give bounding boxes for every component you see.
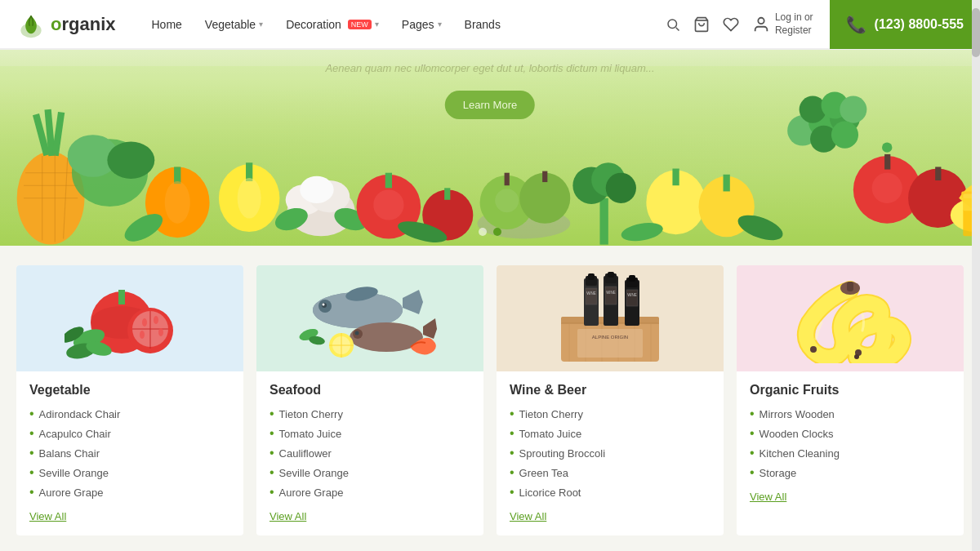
list-item[interactable]: Licorice Root (510, 482, 710, 502)
nav-decoration[interactable]: Decoration NEW ▾ (274, 0, 390, 49)
category-list-wine: Tieton Cherry Tomato Juice Sprouting Bro… (497, 404, 724, 502)
svg-rect-41 (542, 171, 547, 182)
list-item[interactable]: Cauliflower (270, 443, 470, 463)
list-item[interactable]: Balans Chair (29, 443, 230, 463)
svg-point-137 (854, 354, 859, 359)
vegetable-dropdown-icon: ▾ (259, 20, 263, 29)
category-title-vegetable: Vegetable (16, 371, 243, 404)
svg-rect-63 (935, 167, 941, 180)
category-grid: Vegetable Adirondack Chair Acapulco Chai… (0, 246, 980, 535)
svg-point-38 (495, 189, 519, 212)
search-button[interactable] (666, 17, 680, 32)
list-item[interactable]: Green Tea (510, 463, 710, 482)
phone-number: (123) 8800-555 (875, 17, 964, 32)
svg-point-32 (373, 189, 403, 220)
list-item[interactable]: Sprouting Broccoli (510, 443, 710, 463)
nav-vegetable[interactable]: Vegetable ▾ (194, 0, 274, 49)
list-item[interactable]: Tieton Cherry (270, 404, 470, 424)
list-item[interactable]: Seville Orange (270, 463, 470, 482)
svg-rect-117 (588, 273, 595, 280)
svg-marker-97 (423, 318, 437, 339)
svg-point-57 (831, 122, 858, 149)
list-item[interactable]: Tomato Juice (270, 424, 470, 443)
logo-text: organix (51, 14, 115, 35)
nav-home[interactable]: Home (140, 0, 193, 49)
list-item[interactable]: Adirondack Chair (29, 404, 230, 424)
category-card-wine: ALPINE ORIGIN WINE WINE (497, 265, 724, 535)
svg-point-45 (606, 173, 636, 203)
category-image-seafood (256, 265, 483, 371)
svg-point-81 (140, 331, 145, 339)
list-item[interactable]: Tomato Juice (510, 424, 710, 443)
svg-rect-113 (577, 329, 643, 358)
nav-pages[interactable]: Pages ▾ (390, 0, 453, 49)
pages-dropdown-icon: ▾ (438, 20, 442, 29)
slide-dot-2[interactable] (493, 228, 501, 236)
svg-point-78 (142, 318, 147, 327)
category-image-vegetable (16, 265, 243, 371)
main-nav: Home Vegetable ▾ Decoration NEW ▾ Pages … (140, 0, 665, 49)
list-item[interactable]: Kitchen Cleaning (750, 443, 951, 463)
view-all-seafood[interactable]: View All (256, 502, 319, 535)
svg-point-18 (107, 141, 154, 179)
svg-point-1 (668, 20, 677, 29)
view-all-vegetable[interactable]: View All (16, 502, 79, 535)
hero-image (0, 58, 980, 246)
category-card-seafood: Seafood Tieton Cherry Tomato Juice Cauli… (256, 265, 483, 535)
category-list-seafood: Tieton Cherry Tomato Juice Cauliflower S… (256, 404, 483, 502)
cart-button[interactable] (693, 16, 710, 33)
svg-rect-33 (385, 173, 392, 189)
svg-rect-42 (599, 198, 608, 245)
svg-line-2 (676, 27, 679, 30)
slide-dots (479, 228, 501, 236)
view-all-fruits[interactable]: View All (737, 482, 800, 516)
slide-dot-1[interactable] (479, 228, 487, 236)
view-all-wine[interactable]: View All (497, 502, 559, 535)
list-item[interactable]: Acapulco Chair (29, 424, 230, 443)
svg-text:WINE: WINE (606, 291, 616, 295)
svg-point-55 (840, 96, 866, 123)
svg-rect-118 (586, 288, 597, 304)
svg-rect-35 (444, 188, 450, 199)
list-item[interactable]: Aurore Grape (270, 482, 470, 502)
svg-text:WINE: WINE (586, 291, 596, 295)
scroll-thumb[interactable] (972, 8, 980, 57)
category-list-fruits: Mirrors Wooden Wooden Clocks Kitchen Cle… (737, 404, 964, 482)
phone-bar[interactable]: 📞 (123) 8800-555 (830, 0, 980, 49)
svg-text:ALPINE ORIGIN: ALPINE ORIGIN (592, 335, 628, 340)
list-item[interactable]: Aurore Grape (29, 482, 230, 502)
svg-point-91 (323, 304, 325, 306)
phone-icon: 📞 (846, 15, 866, 34)
category-card-vegetable: Vegetable Adirondack Chair Acapulco Chai… (16, 265, 243, 535)
wishlist-button[interactable] (723, 16, 739, 33)
decoration-new-badge: NEW (348, 20, 372, 29)
svg-point-28 (300, 176, 333, 203)
svg-rect-82 (118, 290, 125, 304)
svg-rect-60 (884, 154, 890, 170)
list-item[interactable]: Mirrors Wooden (750, 404, 951, 424)
svg-text:WINE: WINE (627, 293, 637, 297)
hero-banner: Aenean quam nec ullomcorper eget dut ut,… (0, 50, 980, 246)
category-title-wine: Wine & Beer (497, 371, 724, 404)
svg-rect-130 (626, 290, 638, 306)
svg-rect-129 (629, 275, 635, 282)
category-list-vegetable: Adirondack Chair Acapulco Chair Balans C… (16, 404, 243, 502)
header-actions: Log in or Register (666, 11, 813, 37)
svg-rect-47 (672, 169, 679, 186)
list-item[interactable]: Tieton Cherry (510, 404, 710, 424)
svg-point-96 (355, 331, 359, 335)
category-image-wine: ALPINE ORIGIN WINE WINE (497, 265, 724, 371)
nav-brands[interactable]: Brands (453, 0, 512, 49)
svg-point-79 (154, 316, 158, 324)
list-item[interactable]: Storage (750, 463, 951, 482)
list-item[interactable]: Seville Orange (29, 463, 230, 482)
login-line1: Log in or (775, 11, 813, 24)
category-image-fruits (737, 265, 964, 371)
svg-point-4 (758, 17, 764, 23)
category-title-fruits: Organic Fruits (737, 371, 964, 404)
scrollbar[interactable] (972, 0, 980, 535)
login-button[interactable]: Log in or Register (752, 11, 813, 37)
list-item[interactable]: Wooden Clocks (750, 424, 951, 443)
logo[interactable]: organix (16, 10, 115, 39)
category-card-fruits: Organic Fruits Mirrors Wooden Wooden Clo… (737, 265, 964, 535)
